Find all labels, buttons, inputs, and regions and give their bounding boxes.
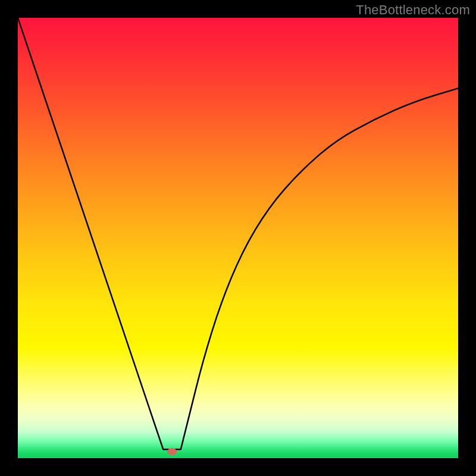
plot-area: [18, 18, 458, 458]
chart-frame: TheBottleneck.com: [0, 0, 476, 476]
curve-path: [18, 18, 458, 449]
watermark-text: TheBottleneck.com: [356, 2, 470, 18]
optimum-marker: [167, 448, 177, 455]
bottleneck-curve: [18, 18, 458, 458]
